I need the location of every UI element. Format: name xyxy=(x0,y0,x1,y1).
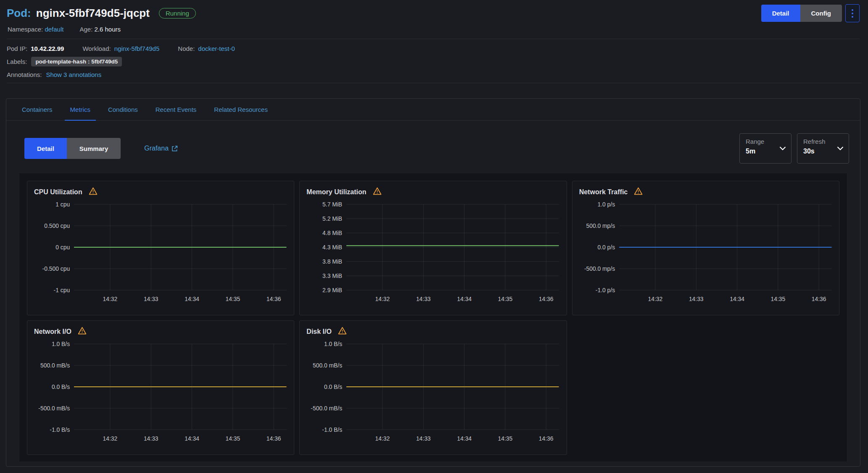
refresh-select[interactable]: Refresh 30s xyxy=(797,133,849,164)
grafana-link[interactable]: Grafana xyxy=(144,145,178,152)
svg-text:14:35: 14:35 xyxy=(498,435,513,442)
svg-text:14:35: 14:35 xyxy=(498,296,513,302)
pod-label-badge: pod-template-hash : 5fbf749d5 xyxy=(31,57,122,66)
svg-text:5.7 MiB: 5.7 MiB xyxy=(322,201,342,208)
svg-text:1.0 B/s: 1.0 B/s xyxy=(324,341,342,347)
svg-text:-500.0 mp/s: -500.0 mp/s xyxy=(584,265,615,272)
svg-text:-1.0 B/s: -1.0 B/s xyxy=(50,426,70,433)
svg-text:0.0 B/s: 0.0 B/s xyxy=(324,383,342,390)
svg-text:4.8 MiB: 4.8 MiB xyxy=(322,230,342,236)
range-label: Range xyxy=(746,138,785,145)
namespace-label: Namespace: xyxy=(8,26,43,33)
svg-text:14:33: 14:33 xyxy=(144,296,158,302)
info-divider xyxy=(7,83,861,83)
detail-tab-card: Containers Metrics Conditions Recent Eve… xyxy=(6,98,860,467)
metrics-summary-toggle[interactable]: Summary xyxy=(67,138,121,159)
chevron-down-icon xyxy=(837,146,844,151)
svg-text:-0.500 cpu: -0.500 cpu xyxy=(42,265,70,272)
kebab-icon xyxy=(851,8,854,18)
svg-text:14:32: 14:32 xyxy=(375,296,390,302)
tab-recent-events[interactable]: Recent Events xyxy=(147,99,206,120)
external-link-icon xyxy=(171,145,178,152)
network-io-panel: Network I/O 1.0 B/s500.0 mB/s0.0 B/s-500… xyxy=(27,320,294,455)
warning-icon[interactable] xyxy=(78,327,87,336)
svg-text:14:34: 14:34 xyxy=(185,435,199,442)
svg-text:14:36: 14:36 xyxy=(266,296,281,302)
tab-containers[interactable]: Containers xyxy=(13,99,61,120)
svg-text:500.0 mp/s: 500.0 mp/s xyxy=(586,222,615,229)
status-badge: Running xyxy=(159,8,196,18)
tab-conditions[interactable]: Conditions xyxy=(99,99,147,120)
refresh-label: Refresh xyxy=(803,138,843,145)
actions-menu-button[interactable] xyxy=(845,4,860,22)
tab-related-resources[interactable]: Related Resources xyxy=(205,99,277,120)
detail-config-switch: Detail Config xyxy=(761,5,842,22)
svg-text:3.3 MiB: 3.3 MiB xyxy=(322,272,342,279)
show-annotations-link[interactable]: Show 3 annotations xyxy=(46,71,101,78)
svg-text:14:32: 14:32 xyxy=(103,296,118,302)
svg-text:14:33: 14:33 xyxy=(144,435,158,442)
network-io-chart[interactable]: 1.0 B/s500.0 mB/s0.0 B/s-500.0 mB/s-1.0 … xyxy=(27,338,294,444)
range-select[interactable]: Range 5m xyxy=(739,133,791,164)
svg-text:14:32: 14:32 xyxy=(375,435,390,442)
svg-text:4.3 MiB: 4.3 MiB xyxy=(322,244,342,251)
warning-icon[interactable] xyxy=(338,327,347,336)
annotations-label: Annotations: xyxy=(7,71,42,78)
cpu-utilization-panel: CPU Utilization 1 cpu0.500 cpu0 cpu-0.50… xyxy=(27,181,294,315)
warning-icon[interactable] xyxy=(373,187,382,197)
svg-text:0.0 B/s: 0.0 B/s xyxy=(52,383,70,390)
svg-text:-500.0 mB/s: -500.0 mB/s xyxy=(311,405,343,412)
page-title: nginx-5fbf749d5-jqcpt xyxy=(36,7,150,20)
chart-title: Memory Utilization xyxy=(306,188,366,196)
svg-text:-1 cpu: -1 cpu xyxy=(54,287,70,293)
warning-icon[interactable] xyxy=(634,187,643,197)
svg-text:14:35: 14:35 xyxy=(226,296,240,302)
svg-text:500.0 mB/s: 500.0 mB/s xyxy=(40,362,70,369)
node-link[interactable]: docker-test-0 xyxy=(198,45,235,52)
svg-text:14:34: 14:34 xyxy=(457,435,472,442)
resource-type-label: Pod: xyxy=(7,7,31,20)
svg-text:14:35: 14:35 xyxy=(770,296,785,302)
metrics-detail-toggle[interactable]: Detail xyxy=(24,138,67,159)
svg-text:3.8 MiB: 3.8 MiB xyxy=(322,258,342,265)
detail-button[interactable]: Detail xyxy=(761,5,800,22)
cpu-utilization-chart[interactable]: 1 cpu0.500 cpu0 cpu-0.500 cpu-1 cpu14:32… xyxy=(27,198,294,304)
svg-text:14:36: 14:36 xyxy=(266,435,281,442)
svg-text:1.0 B/s: 1.0 B/s xyxy=(52,341,70,347)
config-button[interactable]: Config xyxy=(800,5,842,22)
warning-icon[interactable] xyxy=(89,187,98,197)
svg-text:14:36: 14:36 xyxy=(539,435,554,442)
pod-info-section: Pod IP: 10.42.22.99 Workload: nginx-5fbf… xyxy=(0,39,868,83)
metrics-toolbar: Detail Summary Grafana Range 5m Refresh … xyxy=(24,133,849,164)
chart-title: Network I/O xyxy=(34,328,71,336)
svg-text:14:32: 14:32 xyxy=(648,296,662,302)
age-label: Age: xyxy=(79,26,92,33)
network-traffic-panel: Network Traffic 1.0 p/s500.0 mp/s0.0 p/s… xyxy=(572,181,839,315)
tab-metrics[interactable]: Metrics xyxy=(61,99,99,120)
workload-link[interactable]: nginx-5fbf749d5 xyxy=(114,45,160,52)
svg-text:-1.0 B/s: -1.0 B/s xyxy=(322,426,343,433)
svg-text:14:36: 14:36 xyxy=(539,296,554,302)
workload-label: Workload: xyxy=(82,45,111,52)
pod-ip-label: Pod IP: xyxy=(7,45,27,52)
node-label: Node: xyxy=(178,45,195,52)
svg-text:14:34: 14:34 xyxy=(185,296,199,302)
chart-title: CPU Utilization xyxy=(34,188,82,196)
svg-text:-500.0 mB/s: -500.0 mB/s xyxy=(38,405,70,412)
tab-bar: Containers Metrics Conditions Recent Eve… xyxy=(6,99,860,121)
disk-io-panel: Disk I/O 1.0 B/s500.0 mB/s0.0 B/s-500.0 … xyxy=(299,320,567,455)
svg-text:14:34: 14:34 xyxy=(730,296,744,302)
network-traffic-chart[interactable]: 1.0 p/s500.0 mp/s0.0 p/s-500.0 mp/s-1.0 … xyxy=(573,198,839,304)
grafana-link-label: Grafana xyxy=(144,145,169,152)
svg-text:500.0 mB/s: 500.0 mB/s xyxy=(313,362,342,369)
page-header: Pod: nginx-5fbf749d5-jqcpt Running Detai… xyxy=(0,0,868,39)
svg-text:14:34: 14:34 xyxy=(457,296,472,302)
memory-utilization-chart[interactable]: 5.7 MiB5.2 MiB4.8 MiB4.3 MiB3.8 MiB3.3 M… xyxy=(300,198,566,304)
disk-io-chart[interactable]: 1.0 B/s500.0 mB/s0.0 B/s-500.0 mB/s-1.0 … xyxy=(300,338,566,444)
chart-title: Network Traffic xyxy=(579,188,628,196)
namespace-link[interactable]: default xyxy=(45,26,63,33)
svg-text:1.0 p/s: 1.0 p/s xyxy=(597,201,615,208)
svg-text:0.0 p/s: 0.0 p/s xyxy=(597,244,615,251)
svg-text:14:35: 14:35 xyxy=(226,435,240,442)
chevron-down-icon xyxy=(779,146,786,151)
